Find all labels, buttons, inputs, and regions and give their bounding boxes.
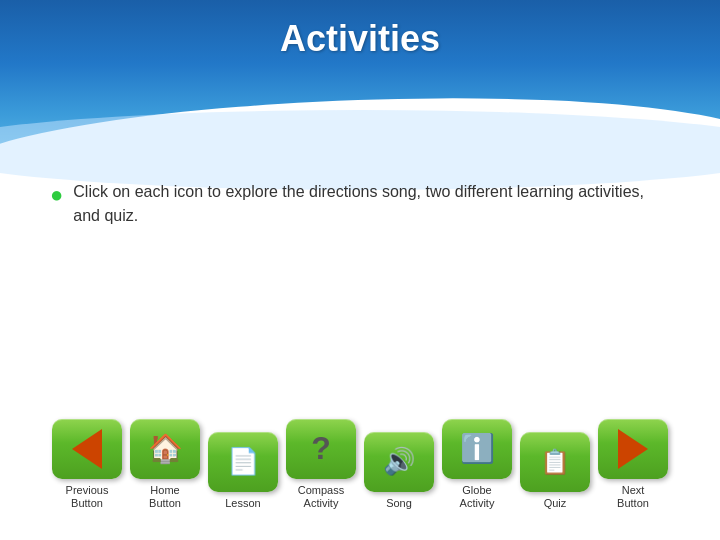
right-arrow-icon xyxy=(618,429,648,469)
previous-button-container: PreviousButton xyxy=(52,419,122,510)
compass-button-container: ? CompassActivity xyxy=(286,419,356,510)
compass-button[interactable]: ? xyxy=(286,419,356,479)
lesson-button-container: 📄 Lesson xyxy=(208,432,278,510)
left-arrow-icon xyxy=(72,429,102,469)
next-button-label: NextButton xyxy=(617,484,649,510)
slide: Activities ● Click on each icon to explo… xyxy=(0,0,720,540)
bullet-dot: ● xyxy=(50,178,63,211)
bullet-text: Click on each icon to explore the direct… xyxy=(73,180,670,228)
globe-button-container: ℹ️ GlobeActivity xyxy=(442,419,512,510)
globe-info-icon: ℹ️ xyxy=(442,419,512,479)
next-icon xyxy=(598,419,668,479)
globe-button-label: GlobeActivity xyxy=(460,484,495,510)
slide-content: ● Click on each icon to explore the dire… xyxy=(0,160,720,248)
previous-icon xyxy=(52,419,122,479)
song-button-container: 🔊 Song xyxy=(364,432,434,510)
navigation-buttons: PreviousButton 🏠 HomeButton 📄 Lesson xyxy=(0,419,720,510)
globe-button[interactable]: ℹ️ xyxy=(442,419,512,479)
previous-button-label: PreviousButton xyxy=(66,484,109,510)
compass-button-label: CompassActivity xyxy=(298,484,344,510)
speaker-icon: 🔊 xyxy=(364,432,434,492)
lesson-button[interactable]: 📄 xyxy=(208,432,278,492)
compass-icon: ? xyxy=(286,419,356,479)
slide-title: Activities xyxy=(0,18,720,60)
next-button-container: NextButton xyxy=(598,419,668,510)
quiz-button[interactable]: 📋 xyxy=(520,432,590,492)
quiz-button-container: 📋 Quiz xyxy=(520,432,590,510)
home-button-label: HomeButton xyxy=(149,484,181,510)
home-button-container: 🏠 HomeButton xyxy=(130,419,200,510)
previous-button[interactable] xyxy=(52,419,122,479)
home-icon: 🏠 xyxy=(130,419,200,479)
next-button[interactable] xyxy=(598,419,668,479)
quiz-icon: 📋 xyxy=(520,432,590,492)
lesson-button-label: Lesson xyxy=(225,497,260,510)
bullet-item: ● Click on each icon to explore the dire… xyxy=(50,180,670,228)
song-button[interactable]: 🔊 xyxy=(364,432,434,492)
lesson-icon: 📄 xyxy=(208,432,278,492)
quiz-button-label: Quiz xyxy=(544,497,567,510)
song-button-label: Song xyxy=(386,497,412,510)
home-button[interactable]: 🏠 xyxy=(130,419,200,479)
